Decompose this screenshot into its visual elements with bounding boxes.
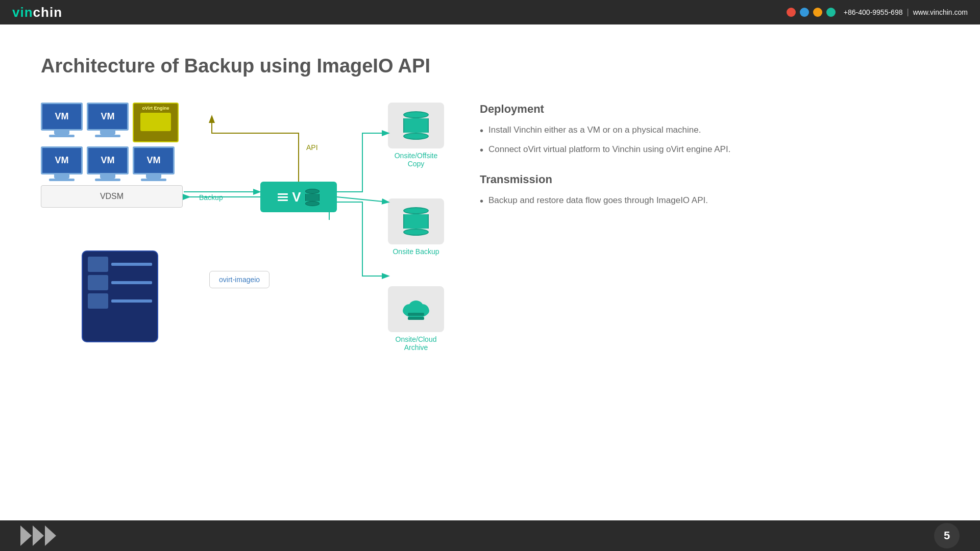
vm-stand-5	[146, 174, 161, 179]
api-arrow-label: API	[306, 143, 318, 152]
api-label: API	[306, 143, 318, 152]
transmission-section: Transmission Backup and restore data flo…	[480, 173, 837, 209]
svg-rect-5	[408, 317, 424, 320]
website: www.vinchin.com	[913, 8, 968, 16]
page-number: 5	[934, 523, 960, 548]
vm-base-5	[141, 179, 166, 181]
vinchin-lines-icon	[278, 193, 288, 201]
vinchin-v-letter: V	[292, 189, 301, 205]
page-title: Architecture of Backup using ImageIO API	[41, 55, 939, 77]
vm-base-2	[95, 135, 120, 137]
right-panel: Deployment Install Vinchin either as a V…	[480, 103, 837, 224]
header-right: +86-400-9955-698 | www.vinchin.com	[787, 8, 968, 17]
cloud-archive-icon	[401, 296, 431, 322]
line-3	[278, 199, 288, 201]
vm-2: VM	[87, 103, 129, 142]
vinchin-box-container: V	[260, 182, 337, 212]
diagram-wrapper: VM VM oVirt Engine	[41, 103, 480, 337]
db-top-2	[403, 207, 429, 214]
db-body-2	[403, 214, 429, 229]
vm-3: VM	[41, 146, 83, 181]
transmission-bullets: Backup and restore data flow goes throug…	[480, 193, 837, 209]
ovirt-engine-label: oVirt Engine	[142, 106, 169, 111]
vm-4: VM	[87, 146, 129, 181]
chevron-group	[20, 525, 57, 546]
svg-line-8	[337, 197, 388, 202]
vm-screen-3: VM	[41, 146, 83, 174]
backup-arrow-label: Backup	[199, 193, 223, 202]
vm-5: VM	[133, 146, 175, 181]
dot-group	[787, 8, 836, 17]
db-cylinder-2	[403, 207, 429, 236]
db-body-1	[403, 118, 429, 133]
storage-item-1: Onsite/OffsiteCopy	[388, 103, 444, 168]
deployment-bullets: Install Vinchin either as a VM or on a p…	[480, 123, 837, 158]
logo-chin: chin	[33, 5, 62, 20]
ovirt-engine-icon	[140, 113, 171, 131]
main-content: Architecture of Backup using ImageIO API…	[0, 24, 980, 520]
vm-base-1	[49, 135, 75, 137]
disk-group	[82, 251, 158, 342]
header: vinchin +86-400-9955-698 | www.vinchin.c…	[0, 0, 980, 24]
deployment-title: Deployment	[480, 103, 837, 116]
transmission-bullet-1: Backup and restore data flow goes throug…	[480, 193, 837, 209]
storage-item-3: Onsite/CloudArchive	[388, 286, 444, 352]
bottom-bar: 5	[0, 520, 980, 551]
deployment-bullet-1: Install Vinchin either as a VM or on a p…	[480, 123, 837, 138]
vm-screen-2: VM	[87, 103, 129, 131]
line-1	[278, 193, 288, 195]
vm-base-4	[95, 179, 120, 181]
phone-number: +86-400-9955-698	[844, 8, 903, 16]
ovirt-engine-box: oVirt Engine	[133, 103, 179, 142]
vm-stand-2	[100, 131, 115, 135]
dot-yellow	[813, 8, 822, 17]
vm-stand-1	[54, 131, 69, 135]
vinchin-box: V	[260, 182, 337, 212]
vm-1: VM	[41, 103, 83, 142]
vm-base-3	[49, 179, 75, 181]
storage-label-1: Onsite/OffsiteCopy	[395, 152, 438, 168]
vm-grid: VM VM oVirt Engine	[41, 103, 183, 208]
svg-point-3	[409, 300, 423, 313]
vm-screen-5: VM	[133, 146, 175, 174]
header-divider: |	[906, 8, 909, 17]
storage-label-2: Onsite Backup	[393, 247, 439, 256]
diagram-area: VM VM oVirt Engine	[41, 103, 939, 337]
db-bottom-2	[403, 229, 429, 236]
dot-teal	[826, 8, 836, 17]
imageio-label-box: ovirt-imageio	[209, 271, 270, 288]
chevron-2	[33, 525, 44, 546]
storage-box-1	[388, 103, 444, 148]
imageio-label: ovirt-imageio	[219, 276, 260, 284]
logo-vin: vin	[12, 5, 33, 20]
vm-screen-4: VM	[87, 146, 129, 174]
storage-container: Onsite/OffsiteCopy Onsite Backup	[388, 103, 444, 352]
logo: vinchin	[12, 5, 62, 20]
dot-blue	[800, 8, 809, 17]
vm-stand-4	[100, 174, 115, 179]
vm-stand-3	[54, 174, 69, 179]
line-2	[278, 196, 288, 198]
chevron-3	[45, 525, 56, 546]
db-bottom-1	[403, 133, 429, 140]
vm-screen-1: VM	[41, 103, 83, 131]
chevron-1	[20, 525, 32, 546]
header-contact: +86-400-9955-698 | www.vinchin.com	[844, 8, 968, 17]
vdsm-bar: VDSM	[41, 185, 183, 208]
transmission-title: Transmission	[480, 173, 837, 186]
storage-label-3: Onsite/CloudArchive	[396, 335, 437, 352]
svg-rect-4	[408, 313, 424, 316]
deployment-bullet-2: Connect oVirt virtual platform to Vinchi…	[480, 142, 837, 158]
storage-item-2: Onsite Backup	[388, 198, 444, 256]
backup-label: Backup	[199, 193, 223, 202]
vdsm-label: VDSM	[100, 192, 124, 201]
dot-red	[787, 8, 796, 17]
storage-box-2	[388, 198, 444, 244]
db-cylinder-1	[403, 111, 429, 140]
db-top-1	[403, 111, 429, 118]
cloud-box	[388, 286, 444, 332]
deployment-section: Deployment Install Vinchin either as a V…	[480, 103, 837, 158]
